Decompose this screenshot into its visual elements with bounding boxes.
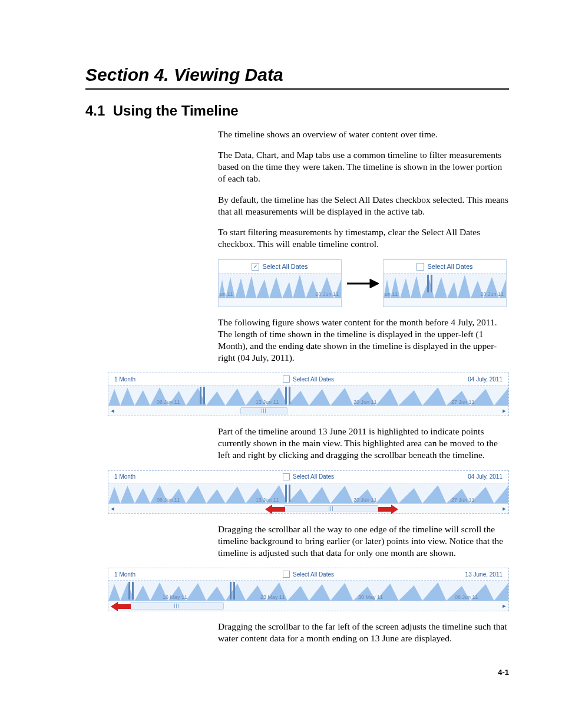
scroll-thumb[interactable] [284, 505, 378, 512]
scroll-right-icon[interactable]: ► [500, 407, 508, 415]
axis-tick-label: 20 Jun 11 [353, 497, 377, 503]
timeline-end-date: 04 July, 2011 [468, 376, 503, 383]
axis-tick-label: 13 Jun 11 [256, 399, 279, 405]
axis-tick-label: 30 May 11 [358, 594, 383, 600]
timeline-range-label: 1 Month [114, 376, 135, 383]
checkbox-label: Select All Dates [427, 263, 472, 270]
drag-left-arrow-icon [111, 602, 131, 611]
drag-right-arrow-icon [378, 505, 398, 514]
timeline-scrollbar[interactable]: ◄ ► [108, 601, 508, 611]
checkbox-label: Select All Dates [293, 376, 334, 383]
scroll-right-icon[interactable]: ► [500, 505, 508, 513]
axis-tick-label: un 11 [220, 291, 233, 297]
timeline-scrollbar[interactable]: ◄ ► [108, 503, 508, 513]
timeline-end-date: 13 June, 2011 [465, 571, 503, 578]
scroll-right-icon[interactable]: ► [500, 602, 508, 610]
scroll-thumb[interactable] [240, 407, 287, 414]
timeline-range-label: 1 Month [114, 571, 135, 578]
paragraph: Dragging the scrollbar all the way to on… [218, 523, 509, 558]
axis-tick-label: 16 May 11 [163, 594, 187, 600]
axis-tick-label: 13 Jun 11 [256, 497, 279, 503]
subsection-title: 4.1 Using the Timeline [85, 103, 509, 119]
subsection-number: 4.1 [85, 103, 105, 118]
checkbox-unchecked-icon[interactable] [283, 473, 290, 480]
checkbox-label: Select All Dates [262, 263, 308, 270]
timeline-scrollbar[interactable]: ◄ ► [108, 406, 508, 416]
arrow-right-icon [342, 279, 383, 288]
checkbox-unchecked-icon[interactable] [283, 571, 290, 578]
checkbox-unchecked-icon[interactable] [283, 375, 290, 383]
scroll-left-icon[interactable]: ◄ [108, 505, 117, 513]
paragraph: The timeline shows an overview of water … [218, 129, 509, 140]
checkbox-label: Select All Dates [293, 473, 334, 480]
axis-tick-label: 06 Jun 11 [455, 594, 478, 600]
page-number: 4-1 [85, 668, 509, 677]
timeline-end-date: 04 July, 2011 [468, 473, 503, 480]
paragraph: Part of the timeline around 13 June 2011… [218, 426, 509, 460]
axis-tick-label: 20 Jun 11 [480, 291, 504, 297]
paragraph: The Data, Chart, and Map tabs use a comm… [218, 149, 509, 184]
axis-tick-label: 27 Jun 11 [451, 497, 475, 503]
checkbox-checked-icon[interactable]: ✓ [252, 263, 259, 271]
timeline-panel-checked: ✓ Select All Dates un 11 20 Jun 11 [218, 259, 342, 307]
axis-tick-label: 06 Jun 11 [157, 399, 180, 405]
axis-tick-label: 20 Jun 11 [315, 291, 339, 297]
scroll-left-icon[interactable]: ◄ [108, 407, 117, 415]
subsection-heading: Using the Timeline [113, 103, 239, 118]
figure-timeline-2: 1 Month Select All Dates 04 July, 2011 0… [108, 470, 509, 514]
timeline-range-label: 1 Month [114, 473, 135, 480]
paragraph: The following figure shows water content… [218, 317, 509, 363]
axis-tick-label: un 11 [385, 291, 398, 297]
figure-select-all-toggle: ✓ Select All Dates un 11 20 Jun 11 [218, 259, 509, 307]
checkbox-unchecked-icon[interactable] [416, 263, 424, 271]
axis-tick-label: 23 May 11 [260, 594, 285, 600]
checkbox-label: Select All Dates [293, 571, 334, 578]
axis-tick-label: 06 Jun 11 [157, 497, 180, 503]
paragraph: By default, the timeline has the Select … [218, 194, 509, 218]
figure-timeline-3: 1 Month Select All Dates 13 June, 2011 1… [108, 568, 509, 611]
figure-timeline-1: 1 Month Select All Dates 04 July, 2011 0… [108, 373, 509, 416]
paragraph: Dragging the scrollbar to the far left o… [218, 621, 509, 644]
axis-tick-label: 20 Jun 11 [353, 399, 377, 405]
scroll-thumb[interactable] [130, 602, 224, 610]
axis-tick-label: 27 Jun 11 [451, 399, 475, 405]
timeline-panel-unchecked: Select All Dates un 11 20 Jun 11 [383, 259, 507, 307]
paragraph: To start filtering measurements by times… [218, 226, 509, 250]
section-title: Section 4. Viewing Data [85, 65, 509, 90]
drag-left-arrow-icon [265, 505, 285, 514]
